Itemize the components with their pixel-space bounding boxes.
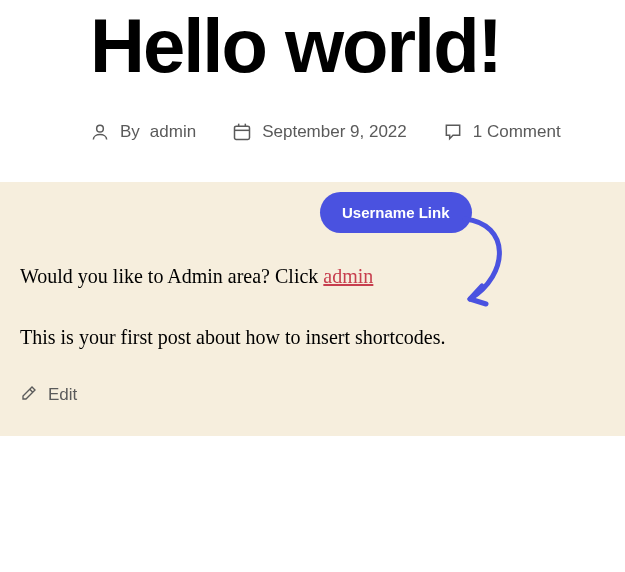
content-paragraph-2: This is your first post about how to ins… (20, 323, 605, 352)
comments-link[interactable]: 1 Comment (473, 122, 561, 142)
comment-icon (443, 122, 463, 142)
svg-point-0 (97, 125, 104, 132)
person-icon (90, 122, 110, 142)
svg-rect-1 (235, 126, 250, 139)
edit-link[interactable]: Edit (48, 385, 77, 405)
admin-username-link[interactable]: admin (323, 265, 373, 287)
post-title: Hello world! (90, 6, 565, 86)
post-meta-row: By admin September 9, 2022 1 Comment (90, 122, 565, 142)
paragraph1-prefix: Would you like to Admin area? Click (20, 265, 323, 287)
edit-icon (20, 384, 38, 406)
callout-pill: Username Link (320, 192, 472, 233)
arrow-icon (460, 214, 520, 318)
author-meta: By admin (90, 122, 196, 142)
post-header: Hello world! By admin September 9, 2022 … (0, 6, 625, 182)
annotation-callout: Username Link (320, 192, 472, 233)
post-content: Username Link Would you like to Admin ar… (0, 182, 625, 436)
date-meta: September 9, 2022 (232, 122, 407, 142)
comments-meta: 1 Comment (443, 122, 561, 142)
post-date: September 9, 2022 (262, 122, 407, 142)
author-link[interactable]: admin (150, 122, 196, 142)
calendar-icon (232, 122, 252, 142)
by-label: By (120, 122, 140, 142)
edit-row: Edit (20, 384, 605, 406)
